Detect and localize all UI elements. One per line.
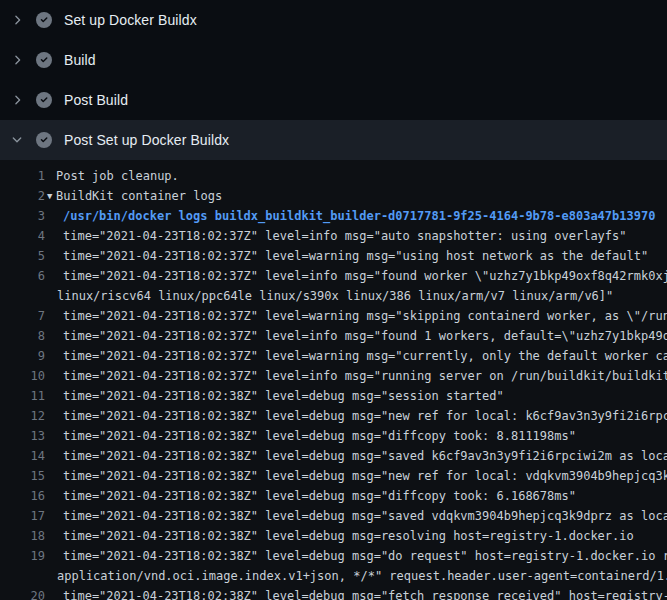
log-line-number[interactable]: 1 <box>0 166 45 186</box>
log-line: 11time="2021-04-23T18:02:38Z" level=debu… <box>0 386 667 406</box>
chevron-right-icon[interactable] <box>9 12 25 28</box>
step-header[interactable]: Set up Docker Buildx <box>0 0 667 40</box>
check-circle-icon <box>36 132 52 148</box>
log-line-text: time="2021-04-23T18:02:38Z" level=debug … <box>45 526 634 546</box>
step-header[interactable]: Post Set up Docker Buildx <box>0 120 667 160</box>
log-line: 8time="2021-04-23T18:02:37Z" level=info … <box>0 326 667 346</box>
log-line-text: time="2021-04-23T18:02:38Z" level=debug … <box>45 406 667 426</box>
log-line: 20time="2021-04-23T18:02:38Z" level=debu… <box>0 586 667 600</box>
log-line-text: linux/riscv64 linux/ppc64le linux/s390x … <box>45 286 613 306</box>
log-line-number[interactable]: 8 <box>0 326 45 346</box>
log-line: 18time="2021-04-23T18:02:38Z" level=debu… <box>0 526 667 546</box>
log-line: 16time="2021-04-23T18:02:38Z" level=debu… <box>0 486 667 506</box>
log-line-text: time="2021-04-23T18:02:37Z" level=info m… <box>45 266 667 286</box>
log-line-number[interactable]: 6 <box>0 266 45 286</box>
log-line: 2▼BuildKit container logs <box>0 186 667 206</box>
log-line-text: time="2021-04-23T18:02:38Z" level=debug … <box>45 586 667 600</box>
log-line-number[interactable]: 3 <box>0 206 45 226</box>
log-line-text: time="2021-04-23T18:02:37Z" level=info m… <box>45 366 667 386</box>
log-line: 14time="2021-04-23T18:02:38Z" level=debu… <box>0 446 667 466</box>
step-title: Post Build <box>64 92 128 108</box>
log-line: 12time="2021-04-23T18:02:38Z" level=debu… <box>0 406 667 426</box>
check-circle-icon <box>36 52 52 68</box>
log-line-number[interactable]: 19 <box>0 546 45 566</box>
log-line-number[interactable]: 17 <box>0 506 45 526</box>
log-line-number[interactable]: 7 <box>0 306 45 326</box>
log-line-number[interactable]: 2 <box>0 186 45 206</box>
log-line-text: time="2021-04-23T18:02:38Z" level=debug … <box>45 466 667 486</box>
log-line-text: time="2021-04-23T18:02:38Z" level=debug … <box>45 546 667 566</box>
log-group-toggle[interactable]: ▼BuildKit container logs <box>45 186 222 206</box>
chevron-right-icon[interactable] <box>9 92 25 108</box>
log-line-text: time="2021-04-23T18:02:38Z" level=debug … <box>45 446 667 466</box>
log-line-number[interactable]: 14 <box>0 446 45 466</box>
check-circle-icon <box>36 12 52 28</box>
log-line: 7time="2021-04-23T18:02:37Z" level=warni… <box>0 306 667 326</box>
log-line-number[interactable]: 9 <box>0 346 45 366</box>
chevron-down-icon[interactable] <box>9 132 25 148</box>
log-line-number[interactable]: 10 <box>0 366 45 386</box>
collapse-triangle-icon[interactable]: ▼ <box>47 186 52 206</box>
step-title: Build <box>64 52 96 68</box>
log-line-text: time="2021-04-23T18:02:38Z" level=debug … <box>45 506 667 526</box>
step-header[interactable]: Build <box>0 40 667 80</box>
log-line-number[interactable]: 15 <box>0 466 45 486</box>
log-line-number <box>0 566 45 586</box>
step-title: Post Set up Docker Buildx <box>64 132 229 148</box>
log-line: 13time="2021-04-23T18:02:38Z" level=debu… <box>0 426 667 446</box>
log-line-number[interactable]: 16 <box>0 486 45 506</box>
log-command-text: /usr/bin/docker logs buildx_buildkit_bui… <box>45 206 655 226</box>
log-line-text: time="2021-04-23T18:02:38Z" level=debug … <box>45 486 576 506</box>
log-line: 5time="2021-04-23T18:02:37Z" level=warni… <box>0 246 667 266</box>
log-line-number[interactable]: 11 <box>0 386 45 406</box>
log-line-number[interactable]: 5 <box>0 246 45 266</box>
log-line: 3/usr/bin/docker logs buildx_buildkit_bu… <box>0 206 667 226</box>
log-line: 6time="2021-04-23T18:02:37Z" level=info … <box>0 266 667 286</box>
log-line-text: time="2021-04-23T18:02:37Z" level=info m… <box>45 326 667 346</box>
log-line-number[interactable]: 18 <box>0 526 45 546</box>
log-line-number[interactable]: 20 <box>0 586 45 600</box>
log-line-text: time="2021-04-23T18:02:37Z" level=warnin… <box>45 306 667 326</box>
log-line-text: time="2021-04-23T18:02:38Z" level=debug … <box>45 386 504 406</box>
chevron-right-icon[interactable] <box>9 52 25 68</box>
log-line-continuation: linux/riscv64 linux/ppc64le linux/s390x … <box>0 286 667 306</box>
step-title: Set up Docker Buildx <box>64 12 197 28</box>
log-line-number[interactable]: 13 <box>0 426 45 446</box>
check-circle-icon <box>36 92 52 108</box>
log-line-text: application/vnd.oci.image.index.v1+json,… <box>45 566 667 586</box>
log-line: 10time="2021-04-23T18:02:37Z" level=info… <box>0 366 667 386</box>
log-line: 15time="2021-04-23T18:02:38Z" level=debu… <box>0 466 667 486</box>
log-line: 1Post job cleanup. <box>0 166 667 186</box>
log-group-label: BuildKit container logs <box>56 189 222 203</box>
log-line-continuation: application/vnd.oci.image.index.v1+json,… <box>0 566 667 586</box>
log-line: 4time="2021-04-23T18:02:37Z" level=info … <box>0 226 667 246</box>
log-line-number[interactable]: 12 <box>0 406 45 426</box>
log-line-text: Post job cleanup. <box>45 166 179 186</box>
log-line-text: time="2021-04-23T18:02:37Z" level=warnin… <box>45 246 648 266</box>
log-area: 1Post job cleanup.2▼BuildKit container l… <box>0 160 667 600</box>
log-line-number[interactable]: 4 <box>0 226 45 246</box>
log-line: 9time="2021-04-23T18:02:37Z" level=warni… <box>0 346 667 366</box>
log-line: 17time="2021-04-23T18:02:38Z" level=debu… <box>0 506 667 526</box>
actions-log-viewer: Set up Docker BuildxBuildPost BuildPost … <box>0 0 667 600</box>
log-line-text: time="2021-04-23T18:02:37Z" level=info m… <box>45 226 627 246</box>
log-line-text: time="2021-04-23T18:02:37Z" level=warnin… <box>45 346 667 366</box>
log-line: 19time="2021-04-23T18:02:38Z" level=debu… <box>0 546 667 566</box>
steps-list: Set up Docker BuildxBuildPost BuildPost … <box>0 0 667 160</box>
log-line-number <box>0 286 45 306</box>
step-header[interactable]: Post Build <box>0 80 667 120</box>
log-line-text: time="2021-04-23T18:02:38Z" level=debug … <box>45 426 576 446</box>
